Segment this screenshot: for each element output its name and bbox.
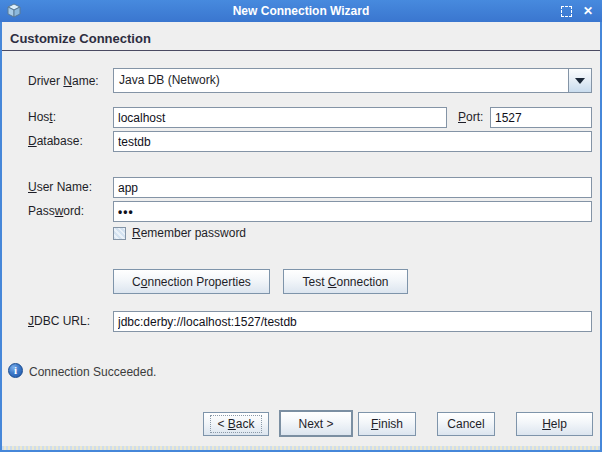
button-label: < Back: [210, 415, 261, 433]
port-input[interactable]: [490, 107, 592, 128]
host-input[interactable]: [113, 107, 447, 128]
jdbc-url-input[interactable]: [113, 311, 592, 332]
connection-properties-button[interactable]: Connection Properties: [113, 269, 270, 294]
label-text: ame:: [72, 74, 99, 88]
driver-dropdown-button[interactable]: [568, 69, 591, 92]
label-text: ord:: [63, 204, 84, 218]
label-text: Cancel: [447, 417, 484, 431]
driver-name-label: Driver Name:: [28, 74, 99, 88]
button-label: Cancel: [447, 417, 484, 431]
button-label: Help: [542, 417, 567, 431]
back-button[interactable]: < Back: [203, 412, 269, 436]
cancel-button[interactable]: Cancel: [437, 412, 495, 436]
label-text: inish: [378, 417, 403, 431]
test-connection-button[interactable]: Test Connection: [283, 269, 408, 294]
password-input[interactable]: [113, 201, 592, 222]
label-mnemonic: P: [458, 110, 466, 124]
chevron-down-icon: [575, 78, 585, 84]
user-name-input[interactable]: [113, 177, 592, 198]
host-label: Host:: [28, 110, 56, 124]
info-icon-glyph: i: [14, 365, 17, 376]
port-label: Port:: [458, 110, 483, 124]
header-separator: [0, 50, 602, 51]
label-text: Pass: [28, 204, 55, 218]
label-text: DBC URL:: [34, 314, 90, 328]
label-text: ser Name:: [37, 180, 92, 194]
button-label: Finish: [371, 417, 403, 431]
next-button[interactable]: Next >: [279, 410, 353, 437]
label-text: onnection: [336, 275, 388, 289]
label-mnemonic: R: [132, 226, 141, 240]
label-mnemonic: U: [28, 180, 37, 194]
page-title: Customize Connection: [10, 31, 151, 46]
help-button[interactable]: Help: [516, 412, 593, 436]
label-text: Next >: [298, 417, 333, 431]
label-text: atabase:: [37, 134, 83, 148]
label-text: elp: [551, 417, 567, 431]
button-label: Connection Properties: [132, 275, 251, 289]
close-button[interactable]: ✕: [583, 5, 593, 17]
window-controls: ✕: [561, 0, 593, 22]
label-mnemonic: H: [542, 417, 551, 431]
window-title: New Connection Wizard: [0, 0, 602, 22]
label-text: nnection Properties: [147, 275, 250, 289]
title-bar[interactable]: New Connection Wizard ✕: [0, 0, 602, 22]
status-message: Connection Succeeded.: [29, 365, 156, 379]
window-border-left: [0, 0, 2, 452]
info-icon: i: [8, 363, 23, 378]
label-mnemonic: D: [28, 134, 37, 148]
finish-button[interactable]: Finish: [358, 412, 416, 436]
label-text: :: [53, 110, 56, 124]
driver-name-select[interactable]: Java DB (Network): [113, 68, 592, 93]
jdbc-url-label: JDBC URL:: [28, 314, 90, 328]
button-label: Next >: [298, 417, 333, 431]
label-text: emember password: [141, 226, 246, 240]
remember-password-checkbox[interactable]: [113, 227, 126, 240]
database-input[interactable]: [113, 131, 592, 152]
label-text: Hos: [28, 110, 49, 124]
label-text: ort:: [466, 110, 483, 124]
maximize-button[interactable]: [561, 6, 572, 17]
close-icon: ✕: [583, 4, 593, 18]
password-label: Password:: [28, 204, 84, 218]
label-text: C: [132, 275, 141, 289]
label-text: Test: [302, 275, 327, 289]
label-text: ack: [236, 417, 255, 431]
remember-password-label[interactable]: Remember password: [132, 226, 246, 240]
label-text: <: [217, 417, 227, 431]
user-name-label: User Name:: [28, 180, 92, 194]
new-connection-wizard-dialog: New Connection Wizard ✕ Customize Connec…: [0, 0, 602, 452]
label-mnemonic: B: [228, 417, 236, 431]
label-text: Driver: [28, 74, 63, 88]
database-label: Database:: [28, 134, 83, 148]
label-mnemonic: N: [63, 74, 72, 88]
driver-name-value: Java DB (Network): [119, 73, 220, 87]
button-label: Test Connection: [302, 275, 388, 289]
